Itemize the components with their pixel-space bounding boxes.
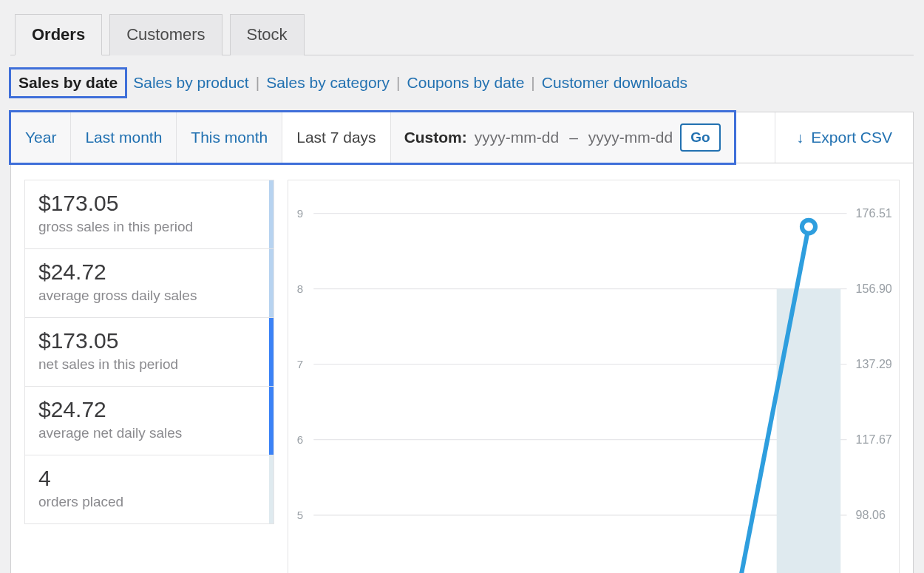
stat-label: gross sales in this period bbox=[38, 219, 260, 235]
subnav-sales-by-category[interactable]: Sales by category bbox=[260, 74, 395, 92]
range-last-7-days[interactable]: Last 7 days bbox=[282, 112, 390, 163]
range-custom: Custom: yyyy-mm-dd – yyyy-mm-dd Go bbox=[391, 112, 734, 163]
subnav-sales-by-date[interactable]: Sales by date bbox=[9, 67, 127, 98]
svg-text:98.06: 98.06 bbox=[856, 509, 886, 521]
svg-text:9: 9 bbox=[297, 207, 303, 220]
svg-text:8: 8 bbox=[297, 282, 303, 295]
svg-text:156.90: 156.90 bbox=[856, 282, 892, 295]
stat-label: average net daily sales bbox=[38, 425, 260, 441]
separator: | bbox=[395, 74, 401, 92]
stat-stripe bbox=[269, 180, 274, 248]
top-tabs: Orders Customers Stock bbox=[10, 13, 914, 55]
svg-text:7: 7 bbox=[297, 358, 303, 370]
date-range-bar: Year Last month This month Last 7 days C… bbox=[10, 112, 914, 163]
report-content: $173.05gross sales in this period$24.72a… bbox=[10, 163, 914, 573]
custom-label: Custom: bbox=[404, 129, 467, 146]
chart-panel: 9176.518156.907137.296117.67598.06 bbox=[288, 180, 900, 573]
svg-text:117.67: 117.67 bbox=[856, 433, 892, 446]
svg-text:6: 6 bbox=[297, 433, 303, 446]
stat-value: $173.05 bbox=[38, 191, 260, 216]
chart: 9176.518156.907137.296117.67598.06 bbox=[288, 180, 899, 573]
range-last-month[interactable]: Last month bbox=[71, 112, 177, 163]
export-csv-button[interactable]: ↓ Export CSV bbox=[775, 112, 913, 163]
svg-text:176.51: 176.51 bbox=[856, 207, 892, 220]
stat-stripe bbox=[269, 318, 274, 386]
stat-value: $173.05 bbox=[38, 328, 260, 353]
stat-stripe bbox=[269, 249, 274, 317]
subnav-sales-by-product[interactable]: Sales by product bbox=[127, 74, 254, 92]
stat-value: $24.72 bbox=[38, 260, 260, 285]
separator: | bbox=[530, 74, 535, 92]
reports-page: Orders Customers Stock Sales by date Sal… bbox=[0, 0, 924, 573]
tab-customers[interactable]: Customers bbox=[109, 14, 222, 55]
stat-label: orders placed bbox=[38, 494, 260, 510]
tab-orders[interactable]: Orders bbox=[15, 14, 102, 55]
stat-card[interactable]: 4orders placed bbox=[24, 455, 274, 524]
stat-card[interactable]: $24.72average net daily sales bbox=[24, 387, 274, 455]
stat-value: $24.72 bbox=[38, 397, 260, 422]
custom-from-input[interactable]: yyyy-mm-dd bbox=[475, 129, 559, 146]
stat-card[interactable]: $24.72average gross daily sales bbox=[24, 249, 274, 318]
stat-card[interactable]: $173.05net sales in this period bbox=[24, 318, 274, 387]
custom-go-button[interactable]: Go bbox=[680, 123, 720, 152]
svg-point-16 bbox=[802, 220, 815, 234]
date-range-highlight: Year Last month This month Last 7 days C… bbox=[9, 110, 736, 165]
tab-stock[interactable]: Stock bbox=[230, 14, 305, 55]
stat-label: net sales in this period bbox=[38, 356, 260, 373]
svg-text:5: 5 bbox=[297, 509, 303, 521]
stat-label: average gross daily sales bbox=[38, 288, 260, 304]
range-year[interactable]: Year bbox=[11, 112, 71, 163]
stat-stripe bbox=[269, 387, 274, 455]
stat-stripe bbox=[269, 455, 274, 523]
range-this-month[interactable]: This month bbox=[177, 112, 282, 163]
separator: | bbox=[255, 74, 260, 92]
stat-card[interactable]: $173.05gross sales in this period bbox=[24, 180, 274, 249]
custom-to-input[interactable]: yyyy-mm-dd bbox=[588, 129, 673, 146]
subnav-coupons-by-date[interactable]: Coupons by date bbox=[401, 74, 531, 92]
export-csv-label: Export CSV bbox=[811, 129, 892, 146]
stat-value: 4 bbox=[38, 466, 260, 491]
stats-sidebar: $173.05gross sales in this period$24.72a… bbox=[24, 180, 274, 573]
svg-text:137.29: 137.29 bbox=[856, 358, 892, 370]
download-icon: ↓ bbox=[796, 129, 804, 146]
custom-dash: – bbox=[566, 129, 581, 146]
sub-nav: Sales by date Sales by product | Sales b… bbox=[10, 55, 914, 112]
subnav-customer-downloads[interactable]: Customer downloads bbox=[536, 74, 693, 92]
